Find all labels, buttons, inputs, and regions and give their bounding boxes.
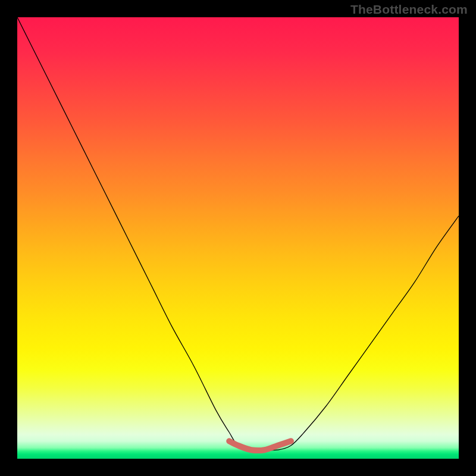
- plot-area: [17, 17, 459, 459]
- bottleneck-curve: [17, 17, 459, 450]
- chart-frame: TheBottleneck.com: [0, 0, 476, 476]
- curve-svg: [17, 17, 459, 459]
- watermark-text: TheBottleneck.com: [350, 2, 468, 17]
